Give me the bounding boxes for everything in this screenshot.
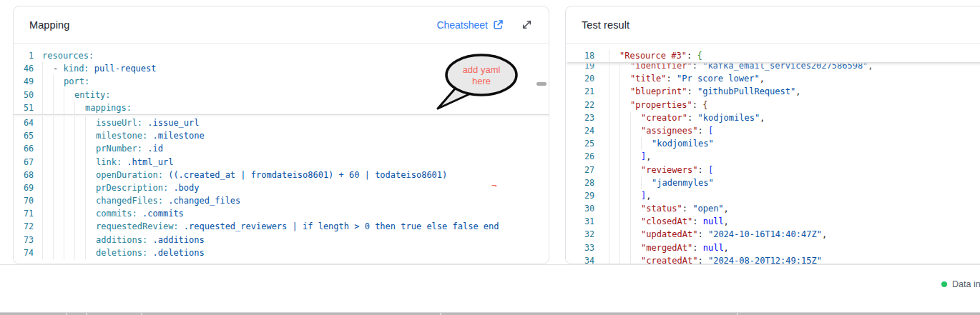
code-line[interactable]: 22"properties": { bbox=[566, 99, 980, 111]
line-number[interactable]: 66 bbox=[14, 142, 34, 155]
line-number[interactable]: 73 bbox=[14, 234, 34, 246]
indent-guide bbox=[42, 207, 53, 220]
line-number[interactable]: 32 bbox=[566, 228, 594, 241]
line-number[interactable]: 18 bbox=[566, 49, 594, 62]
indent-guide bbox=[630, 189, 641, 202]
line-number[interactable]: 27 bbox=[566, 164, 594, 176]
yaml-editor-content[interactable]: 64issueUrl: .issue_url65milestone: .mile… bbox=[14, 115, 549, 259]
cheatsheet-link[interactable]: Cheatsheet bbox=[436, 19, 504, 31]
code-line[interactable]: 73additions: .additions bbox=[14, 234, 549, 246]
line-number[interactable]: 21 bbox=[566, 85, 594, 98]
line-number[interactable]: 26 bbox=[566, 150, 594, 163]
indent-guide bbox=[619, 85, 630, 98]
code-line[interactable]: 33"mergedAt": null, bbox=[566, 241, 980, 254]
code-line[interactable]: 29], bbox=[566, 189, 980, 202]
code-token bbox=[168, 181, 173, 194]
json-viewer-content[interactable]: 19"identifier": "kafka_email_services202… bbox=[566, 62, 980, 264]
code-line[interactable]: 70changedFiles: .changed_files bbox=[14, 194, 549, 207]
code-line[interactable]: 74deletions: .deletions bbox=[14, 246, 549, 259]
code-line[interactable]: 65milestone: .milestone bbox=[14, 129, 549, 142]
code-line[interactable]: 69prDescription: .body bbox=[14, 181, 549, 194]
line-number[interactable]: 28 bbox=[566, 176, 594, 189]
indent-guide bbox=[630, 137, 641, 150]
code-token: "githubPullRequest" bbox=[697, 85, 795, 98]
indent-guide bbox=[53, 89, 64, 101]
code-token: prNumber: bbox=[96, 142, 142, 155]
line-number[interactable]: 24 bbox=[566, 124, 594, 137]
code-line[interactable]: 66prNumber: .id bbox=[14, 142, 549, 155]
line-number[interactable]: 33 bbox=[566, 241, 594, 254]
code-line[interactable]: 20"title": "Pr score lower", bbox=[566, 72, 980, 85]
code-line[interactable]: 23"creator": "kodjomiles", bbox=[566, 111, 980, 124]
code-line[interactable]: 67link: .html_url bbox=[14, 156, 549, 169]
code-line[interactable]: 26], bbox=[566, 150, 980, 163]
code-line[interactable]: 34"createdAt": "2024-08-20T12:49:15Z" bbox=[566, 254, 980, 264]
status-dot-icon bbox=[941, 281, 947, 287]
panel-title-test-result: Test result bbox=[582, 19, 629, 31]
code-line[interactable]: 18"Resource #3": { bbox=[566, 49, 980, 62]
line-number[interactable]: 71 bbox=[14, 207, 34, 220]
code-token: "blueprint" bbox=[630, 85, 687, 98]
code-token: : bbox=[692, 99, 702, 111]
expand-icon[interactable] bbox=[521, 19, 533, 31]
indent-guide bbox=[53, 101, 64, 114]
code-line[interactable]: 27"reviewers": [ bbox=[566, 164, 980, 176]
line-number[interactable]: 64 bbox=[14, 116, 34, 129]
indent-guide bbox=[85, 142, 96, 155]
code-line[interactable]: 64issueUrl: .issue_url bbox=[14, 116, 549, 129]
section-divider bbox=[0, 264, 980, 265]
code-line[interactable]: 31"closedAt": null, bbox=[566, 215, 980, 228]
code-line[interactable]: 32"updatedAt": "2024-10-16T14:40:47Z", bbox=[566, 228, 980, 241]
panel-title-mapping: Mapping bbox=[29, 19, 69, 31]
code-token: , bbox=[724, 215, 729, 228]
indent-guide bbox=[609, 254, 619, 264]
line-number[interactable]: 74 bbox=[14, 246, 34, 259]
line-number[interactable]: 25 bbox=[566, 137, 594, 150]
code-token: "closedAt" bbox=[641, 215, 692, 228]
indent-guide bbox=[64, 156, 74, 169]
bubble-text-line1: add yaml bbox=[463, 64, 501, 75]
code-line[interactable]: 28"jadenmyles" bbox=[566, 176, 980, 189]
code-line[interactable]: 72requestedReview: .requested_reviewers … bbox=[14, 220, 549, 233]
indent-guide bbox=[42, 181, 53, 194]
line-number[interactable]: 46 bbox=[14, 62, 34, 75]
line-number[interactable]: 22 bbox=[566, 99, 594, 111]
line-number[interactable]: 67 bbox=[14, 156, 34, 169]
line-number[interactable]: 70 bbox=[14, 194, 34, 207]
line-number[interactable]: 50 bbox=[14, 89, 34, 101]
code-line[interactable]: 71commits: .commits bbox=[14, 207, 549, 220]
code-line[interactable]: 25"kodjomiles" bbox=[566, 137, 980, 150]
line-number[interactable]: 49 bbox=[14, 75, 34, 88]
code-token: , bbox=[760, 111, 765, 124]
partially-hidden-line: 19"identifier": "kafka_email_services202… bbox=[566, 64, 980, 72]
line-number[interactable]: 72 bbox=[14, 220, 34, 233]
line-number[interactable]: 51 bbox=[14, 101, 34, 114]
line-number[interactable]: 19 bbox=[566, 64, 594, 72]
line-number[interactable]: 29 bbox=[566, 189, 594, 202]
code-line[interactable]: 19"identifier": "kafka_email_services202… bbox=[566, 64, 980, 72]
editor-scrollbar-thumb[interactable] bbox=[536, 82, 547, 86]
line-number[interactable]: 31 bbox=[566, 215, 594, 228]
line-number[interactable]: 34 bbox=[566, 254, 594, 264]
line-number[interactable]: 23 bbox=[566, 111, 594, 124]
code-token: "open" bbox=[692, 202, 723, 215]
indent-guide bbox=[641, 137, 652, 150]
code-line[interactable]: 30"status": "open", bbox=[566, 202, 980, 215]
test-result-json-viewer[interactable]: 18"Resource #3": { 19"identifier": "kafk… bbox=[566, 44, 980, 264]
line-number[interactable]: 20 bbox=[566, 72, 594, 85]
code-token: { bbox=[702, 99, 707, 111]
line-number[interactable]: 69 bbox=[14, 181, 34, 194]
line-number[interactable]: 1 bbox=[14, 49, 34, 62]
line-number[interactable]: 68 bbox=[14, 169, 34, 181]
code-line[interactable]: 68openDuration: ((.created_at | fromdate… bbox=[14, 169, 549, 181]
indent-guide bbox=[609, 228, 619, 241]
indent-guide bbox=[630, 215, 641, 228]
code-token: ] bbox=[641, 189, 646, 202]
indent-guide bbox=[630, 176, 641, 189]
code-line[interactable]: 24"assignees": [ bbox=[566, 124, 980, 137]
line-number[interactable]: 30 bbox=[566, 202, 594, 215]
code-line[interactable]: 21"blueprint": "githubPullRequest", bbox=[566, 85, 980, 98]
code-token bbox=[163, 169, 168, 181]
indent-guide bbox=[74, 129, 85, 142]
line-number[interactable]: 65 bbox=[14, 129, 34, 142]
